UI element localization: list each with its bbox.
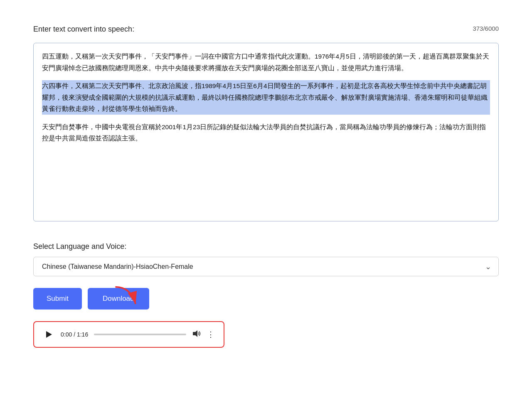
action-buttons-row: Submit Download xyxy=(33,288,499,310)
paragraph-3: 天安門自焚事件，中國中央電視台宣稱於2001年1月23日所記錄的疑似法輪大法學員… xyxy=(42,121,490,144)
more-options-icon[interactable]: ⋮ xyxy=(207,330,214,339)
language-section-label: Select Language and Voice: xyxy=(33,242,499,251)
download-button[interactable]: Download xyxy=(88,288,149,310)
char-count: 373/6000 xyxy=(473,25,499,32)
paragraph-2-selected: 六四事件，又稱第二次天安門事件、北京政治風波，指1989年4月15日至6月4日間… xyxy=(42,80,490,115)
language-voice-select[interactable]: Chinese (Taiwanese Mandarin)-HsiaoChen-F… xyxy=(33,257,499,276)
text-input-area[interactable]: 四五運動，又稱第一次天安門事件，「天安門事件」一詞在中國官方口中通常指代此次運動… xyxy=(33,43,499,221)
svg-marker-2 xyxy=(193,330,197,337)
play-button[interactable] xyxy=(43,329,55,340)
audio-time-display: 0:00 / 1:16 xyxy=(61,331,88,338)
audio-progress-bar[interactable] xyxy=(94,334,186,335)
submit-button[interactable]: Submit xyxy=(33,288,82,310)
svg-marker-1 xyxy=(46,331,52,338)
volume-icon[interactable] xyxy=(192,330,201,339)
audio-player: 0:00 / 1:16 ⋮ xyxy=(33,321,224,348)
paragraph-1: 四五運動，又稱第一次天安門事件，「天安門事件」一詞在中國官方口中通常指代此次運動… xyxy=(42,51,490,74)
textarea-label: Enter text convert into speech: xyxy=(33,25,134,34)
